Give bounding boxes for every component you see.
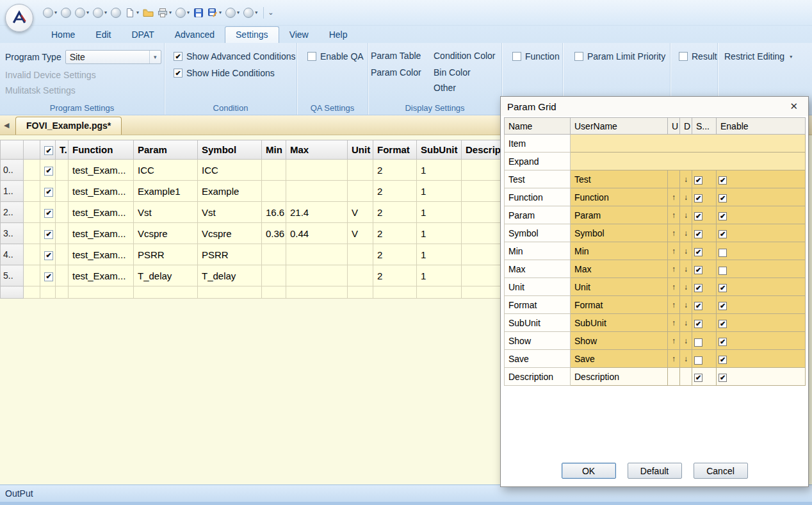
cell-function[interactable]: test_Exam... [69,181,134,202]
save-button[interactable] [192,4,205,21]
indicator-cell[interactable] [24,181,40,202]
move-down-icon[interactable]: ↓ [680,260,692,278]
row-select-cell[interactable]: ✔ [40,223,56,244]
result-checkbox[interactable]: Result [679,51,717,62]
indicator-cell[interactable] [24,160,40,181]
cell-symbol[interactable]: Vst [198,202,262,223]
cell-unit[interactable]: V [348,223,373,244]
col-subunit-header[interactable]: SubUnit [417,140,462,160]
cell-max[interactable] [286,181,348,202]
row-select-cell[interactable]: ✔ [40,244,56,265]
cell-min[interactable] [262,265,286,286]
enable-checkbox[interactable]: ✔ [719,212,727,220]
cell-max[interactable]: 21.4 [286,202,348,223]
qat-round-button-1[interactable]: ▾ [42,4,58,21]
cell-min[interactable] [262,160,286,181]
other-button[interactable]: Other [434,83,456,93]
cell-function[interactable]: test_Exam... [69,265,134,286]
cell-t[interactable] [56,286,69,299]
row-select-cell[interactable]: ✔ [40,265,56,286]
row-name[interactable]: Min [505,242,571,260]
row-username[interactable]: Save [571,350,668,368]
show-checkbox[interactable]: ✔ [694,266,702,274]
cell-unit[interactable]: V [348,202,373,223]
col-symbol-header[interactable]: Symbol [198,140,262,160]
col-param-header[interactable]: Param [134,140,198,160]
row-name[interactable]: Item [505,135,571,153]
param-table-button[interactable]: Param Table [371,51,421,61]
move-up-icon[interactable] [668,170,680,188]
move-down-icon[interactable]: ↓ [680,296,692,314]
row-username[interactable]: Format [571,296,668,314]
cell-t[interactable] [56,265,69,286]
enable-checkbox[interactable]: ✔ [719,284,727,292]
cell-format[interactable]: 2 [373,244,417,265]
show-checkbox[interactable]: ✔ [694,284,702,292]
dropdown-arrow-icon[interactable]: ▾ [187,10,190,15]
cell-min[interactable]: 0.36 [262,223,286,244]
move-up-icon[interactable]: ↑ [668,350,680,368]
show-checkbox[interactable]: ✔ [694,194,702,203]
function-checkbox[interactable]: Function [512,51,560,62]
program-type-select[interactable]: Site ▾ [65,50,161,64]
move-down-icon[interactable]: ↓ [680,278,692,296]
cell-symbol[interactable] [198,286,262,299]
row-name[interactable]: Expand [505,153,571,170]
cell-t[interactable] [56,244,69,265]
cancel-button[interactable]: Cancel [694,463,748,479]
col-max-header[interactable]: Max [286,140,348,160]
tab-home[interactable]: Home [41,27,85,43]
cell-unit[interactable] [348,265,373,286]
cell-t[interactable] [56,160,69,181]
indicator-cell[interactable] [24,265,40,286]
cell-symbol[interactable]: Example [198,181,262,202]
show-checkbox[interactable] [694,356,702,365]
qat-round-button-4[interactable]: ▾ [92,4,108,21]
cell-t[interactable] [56,223,69,244]
row-select-cell[interactable] [40,286,56,299]
row-name[interactable]: Description [505,368,571,386]
enable-checkbox[interactable]: ✔ [719,338,727,346]
row-header[interactable]: 4.. [1,244,24,265]
row-checkbox[interactable]: ✔ [44,251,53,260]
enable-qa-checkbox[interactable]: Enable QA [307,51,364,62]
tab-view[interactable]: View [279,27,319,43]
row-header[interactable]: 2.. [1,202,24,223]
show-checkbox[interactable]: ✔ [694,212,702,220]
row-username[interactable]: Param [571,206,668,224]
row-username[interactable] [571,153,806,170]
corner-header[interactable] [1,140,24,160]
row-name[interactable]: Unit [505,278,571,296]
cell-min[interactable] [262,244,286,265]
show-checkbox[interactable]: ✔ [694,302,702,310]
row-name[interactable]: Symbol [505,224,571,242]
cell-function[interactable]: test_Exam... [69,202,134,223]
dropdown-arrow-icon[interactable]: ▾ [255,10,257,15]
tab-help[interactable]: Help [319,27,358,43]
move-up-icon[interactable]: ↑ [668,260,680,278]
open-file-button[interactable] [142,4,155,21]
row-username[interactable]: Show [571,332,668,350]
enable-checkbox[interactable]: ✔ [719,356,727,364]
save-as-button[interactable]: ▾ [206,4,223,21]
row-username[interactable]: Min [571,242,668,260]
row-name[interactable]: Format [505,296,571,314]
move-up-icon[interactable]: ↑ [668,242,680,260]
move-up-icon[interactable] [668,368,680,386]
dropdown-arrow-icon[interactable]: ▾ [54,10,57,15]
row-name[interactable]: Show [505,332,571,350]
cell-min[interactable] [262,286,286,299]
cell-format[interactable] [373,286,417,299]
row-checkbox[interactable]: ✔ [44,272,53,281]
enable-checkbox[interactable]: ✔ [719,176,727,185]
show-checkbox[interactable] [694,338,702,347]
move-down-icon[interactable] [680,368,692,386]
row-name[interactable]: Test [505,170,571,188]
row-select-cell[interactable]: ✔ [40,160,56,181]
tab-dpat[interactable]: DPAT [121,27,164,43]
indicator-cell[interactable] [24,202,40,223]
cell-subunit[interactable]: 1 [417,202,462,223]
col-t-header[interactable]: T. [56,140,69,160]
dropdown-arrow-icon[interactable]: ▾ [237,10,240,15]
cell-param[interactable]: Vcspre [134,223,198,244]
